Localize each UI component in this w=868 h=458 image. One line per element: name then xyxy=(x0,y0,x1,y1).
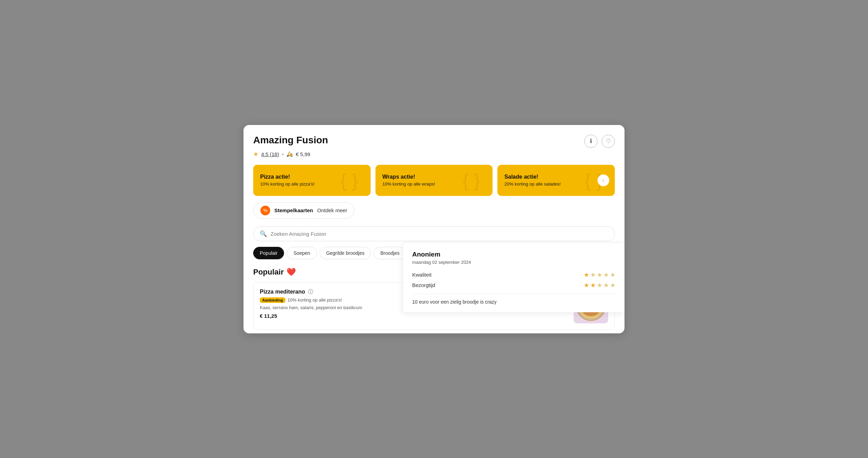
review-popup: Anoniem maandag 02 september 2024 Kwalit… xyxy=(403,243,625,312)
delivery-fee: € 5,99 xyxy=(296,151,310,157)
promo-wraps[interactable]: { } Wraps actie! 10% korting op alle wra… xyxy=(375,165,493,196)
delivery-row: Bezorgtijd ★ ★ ★ ★ ★ xyxy=(412,281,615,289)
promo-wraps-sub: 10% korting op alle wraps! xyxy=(382,181,486,187)
review-comment: 10 euro voor een zielig broodje is crazy xyxy=(412,294,615,305)
stamp-icon: % xyxy=(260,206,270,215)
quality-star-3: ★ xyxy=(597,271,602,279)
tab-populair[interactable]: Populair xyxy=(253,247,284,259)
quality-row: Kwaliteit ★ ★ ★ ★ ★ xyxy=(412,271,615,279)
quality-star-1: ★ xyxy=(584,271,589,279)
header: Amazing Fusion ℹ ♡ xyxy=(253,135,615,148)
delivery-stars: ★ ★ ★ ★ ★ xyxy=(584,281,615,289)
rating-row: ★ 4.5 (18) • 🛵 € 5,99 xyxy=(253,151,615,158)
search-icon: 🔍 xyxy=(260,230,267,237)
delivery-star-1: ★ xyxy=(584,281,589,289)
stamp-label: Stempelkaarten xyxy=(274,207,313,213)
quality-label: Kwaliteit xyxy=(412,272,432,278)
tab-broodjes[interactable]: Broodjes xyxy=(374,247,406,259)
promo-pizza-title: Pizza actie! xyxy=(260,174,364,180)
dot-separator: • xyxy=(282,151,284,157)
header-icons: ℹ ♡ xyxy=(584,135,615,148)
info-button[interactable]: ℹ xyxy=(584,135,597,148)
delivery-icon: 🛵 xyxy=(286,151,293,157)
promo-salade[interactable]: { } Salade actie! 20% korting op alle sa… xyxy=(497,165,615,196)
heart-icon: ♡ xyxy=(606,137,611,145)
aanbieding-badge: Aanbieding xyxy=(260,297,285,303)
promo-pizza-sub: 10% korting op alle pizza's! xyxy=(260,181,364,187)
quality-stars: ★ ★ ★ ★ ★ xyxy=(584,271,615,279)
section-title-text: Populair xyxy=(253,268,284,277)
item-name-text: Pizza mediterano xyxy=(260,289,305,295)
promo-salade-sub: 20% korting op alle salades! xyxy=(504,181,608,187)
tab-soepen[interactable]: Soepen xyxy=(287,247,317,259)
info-icon: ℹ xyxy=(590,137,592,145)
search-input[interactable] xyxy=(271,231,608,237)
search-bar[interactable]: 🔍 xyxy=(253,226,615,241)
tab-gegrilde-broodjes[interactable]: Gegrilde broodjes xyxy=(320,247,371,259)
restaurant-name: Amazing Fusion xyxy=(253,135,328,146)
section-heart-icon: ❤️ xyxy=(286,268,296,277)
delivery-label: Bezorgtijd xyxy=(412,282,435,288)
rating-value[interactable]: 4.5 (18) xyxy=(261,151,279,157)
promo-pizza[interactable]: { } Pizza actie! 10% korting op alle piz… xyxy=(253,165,371,196)
star-icon: ★ xyxy=(253,151,258,158)
promo-salade-title: Salade actie! xyxy=(504,174,608,180)
item-price: € 11,25 xyxy=(260,313,568,319)
stamp-row[interactable]: % Stempelkaarten Ontdek meer xyxy=(253,202,354,219)
badge-text: 10% korting op alle pizza's! xyxy=(287,297,342,303)
stamp-more: Ontdek meer xyxy=(317,207,347,213)
delivery-star-2: ★ xyxy=(590,281,596,289)
promo-wraps-title: Wraps actie! xyxy=(382,174,486,180)
promo-arrow-button[interactable]: › xyxy=(597,174,609,186)
delivery-star-3: ★ xyxy=(597,281,602,289)
quality-star-4: ★ xyxy=(603,271,609,279)
quality-star-5: ★ xyxy=(610,271,615,279)
review-author: Anoniem xyxy=(412,251,615,258)
review-date: maandag 02 september 2024 xyxy=(412,260,615,265)
favorite-button[interactable]: ♡ xyxy=(602,135,615,148)
item-info-icon[interactable]: ⓘ xyxy=(308,289,313,295)
quality-star-2: ★ xyxy=(590,271,596,279)
restaurant-card: Amazing Fusion ℹ ♡ ★ 4.5 (18) • 🛵 € 5,99… xyxy=(243,125,625,333)
promotions-row: { } Pizza actie! 10% korting op alle piz… xyxy=(253,165,615,196)
delivery-star-5: ★ xyxy=(610,281,615,289)
delivery-star-4: ★ xyxy=(603,281,609,289)
